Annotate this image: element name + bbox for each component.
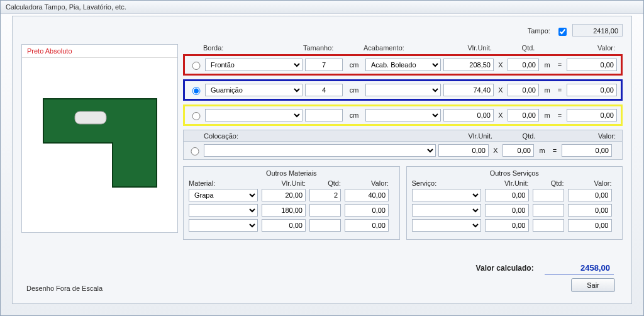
srv-valor-3 <box>568 219 612 232</box>
tamanho-input-2[interactable] <box>305 84 343 96</box>
coloc-radio[interactable] <box>191 147 199 155</box>
qtd-2[interactable] <box>508 84 539 96</box>
mat-valor-3 <box>345 219 389 232</box>
srv-vlr-3[interactable] <box>485 219 529 232</box>
acab-select-2[interactable] <box>365 84 441 96</box>
window: Calculadora Tampo, Pia, Lavatório, etc. … <box>0 0 644 316</box>
borda-radio-1[interactable] <box>192 62 201 70</box>
coloc-valor <box>562 144 612 157</box>
content-panel: Tampo: 2418,00 Preto Absoluto Borda <box>12 16 632 304</box>
coloc-select[interactable] <box>204 144 436 157</box>
borda-select-2[interactable]: Guarnição <box>205 84 303 96</box>
mat-select-2[interactable] <box>189 204 258 217</box>
coloc-row: X m = <box>183 142 623 160</box>
srv-select-2[interactable] <box>412 204 481 217</box>
x-label-2: X <box>496 86 505 94</box>
mat-select-1[interactable]: Grapa <box>189 189 258 201</box>
eq-label-3: = <box>555 111 564 119</box>
outros-materiais-panel: Outros Materiais Material: Vlr.Unit: Qtd… <box>183 166 400 240</box>
coloc-vlr-hdr: Vlr.Unit. <box>442 132 492 140</box>
vlr-3[interactable] <box>443 109 494 121</box>
mat-hdr-vlr: Vlr.Unit: <box>262 179 306 187</box>
mat-qtd-1[interactable] <box>309 189 341 201</box>
srv-qtd-2[interactable] <box>533 204 564 217</box>
x-label: X <box>496 61 505 69</box>
m-label: m <box>541 61 553 69</box>
hdr-acab: Acabamento: <box>364 44 439 52</box>
borda-radio-2[interactable] <box>192 87 201 95</box>
cm-label-2: cm <box>345 86 363 94</box>
mat-hdr-material: Material: <box>189 179 258 187</box>
valor-calculado-row: Valor calculado: 2458,00 <box>476 262 614 274</box>
mat-qtd-2[interactable] <box>309 204 341 217</box>
coloc-qtd[interactable] <box>502 144 534 157</box>
valor-calculado-label: Valor calculado: <box>476 264 534 273</box>
srv-hdr-servico: Serviço: <box>412 179 481 187</box>
borda-row-3: cm X m = <box>183 104 623 126</box>
srv-hdr-valor: Valor: <box>568 179 612 187</box>
srv-vlr-2[interactable] <box>485 204 529 217</box>
cm-label: cm <box>345 61 363 69</box>
srv-select-3[interactable] <box>412 219 481 232</box>
right-panel: Borda: Tamanho: Acabamento: Vlr.Unit. Qt… <box>183 44 623 240</box>
qtd-3[interactable] <box>508 109 539 121</box>
hdr-tamanho: Tamanho: <box>303 44 361 52</box>
cm-label-3: cm <box>345 111 363 119</box>
mat-vlr-2[interactable] <box>262 204 306 217</box>
mat-vlr-1[interactable] <box>262 189 306 201</box>
acab-select-1[interactable]: Acab. Boleado <box>365 59 441 71</box>
vlr-1[interactable] <box>443 59 494 71</box>
srv-hdr-vlr: Vlr.Unit: <box>485 179 529 187</box>
srv-valor-2 <box>568 204 612 217</box>
borda-header: Borda: Tamanho: Acabamento: Vlr.Unit. Qt… <box>183 44 623 52</box>
srv-qtd-1[interactable] <box>533 189 564 201</box>
acab-select-3[interactable] <box>365 109 441 121</box>
coloc-valor-hdr: Valor: <box>565 132 616 140</box>
srv-hdr-qtd: Qtd: <box>533 179 564 187</box>
coloc-vlr[interactable] <box>438 144 489 157</box>
tamanho-input-1[interactable] <box>305 59 343 71</box>
borda-row-1: Frontão cm Acab. Boleado X m = <box>183 54 623 76</box>
tampo-label: Tampo: <box>528 27 550 35</box>
mat-valor-1 <box>345 189 389 201</box>
coloc-label: Colocação: <box>204 132 301 140</box>
tampo-checkbox[interactable] <box>558 28 567 36</box>
borda-select-3[interactable] <box>205 109 303 121</box>
mat-select-3[interactable] <box>189 219 258 232</box>
tamanho-input-3[interactable] <box>305 109 343 121</box>
svg-rect-0 <box>75 111 106 124</box>
coloc-qtd-hdr: Qtd. <box>506 132 552 140</box>
material-name: Preto Absoluto <box>22 45 177 58</box>
tampo-value: 2418,00 <box>572 24 623 37</box>
shape-icon <box>37 86 163 193</box>
eq-label-2: = <box>555 86 564 94</box>
sair-button[interactable]: Sair <box>571 278 615 292</box>
outros-servicos-panel: Outros Serviços Serviço: Vlr.Unit: Qtd: … <box>406 166 623 240</box>
mat-vlr-3[interactable] <box>262 219 306 232</box>
borda-select-1[interactable]: Frontão <box>205 59 303 71</box>
m-label-3: m <box>541 111 553 119</box>
borda-radio-3[interactable] <box>192 112 201 120</box>
qtd-1[interactable] <box>508 59 539 71</box>
hdr-borda: Borda: <box>203 44 301 52</box>
mat-hdr-valor: Valor: <box>345 179 389 187</box>
shape-preview <box>22 58 177 222</box>
tampo-row: Tampo: 2418,00 <box>21 24 623 38</box>
valor-2 <box>567 84 617 96</box>
srv-qtd-3[interactable] <box>533 219 564 232</box>
eq-label: = <box>555 61 564 69</box>
m-label-2: m <box>541 86 553 94</box>
srv-vlr-1[interactable] <box>485 189 529 201</box>
mat-hdr-qtd: Qtd: <box>309 179 341 187</box>
mat-qtd-3[interactable] <box>309 219 341 232</box>
materiais-title: Outros Materiais <box>189 169 394 177</box>
hdr-qtd: Qtd. <box>506 44 551 52</box>
srv-select-1[interactable] <box>412 189 481 201</box>
hdr-vlrunit: Vlr.Unit. <box>441 44 492 52</box>
coloc-header: Colocação: Vlr.Unit. Qtd. Valor: <box>183 130 623 142</box>
mat-valor-2 <box>345 204 389 217</box>
vlr-2[interactable] <box>443 84 494 96</box>
borda-row-2: Guarnição cm X m = <box>183 79 623 101</box>
valor-calculado-value: 2458,00 <box>545 262 614 274</box>
coloc-m: m <box>536 147 548 154</box>
